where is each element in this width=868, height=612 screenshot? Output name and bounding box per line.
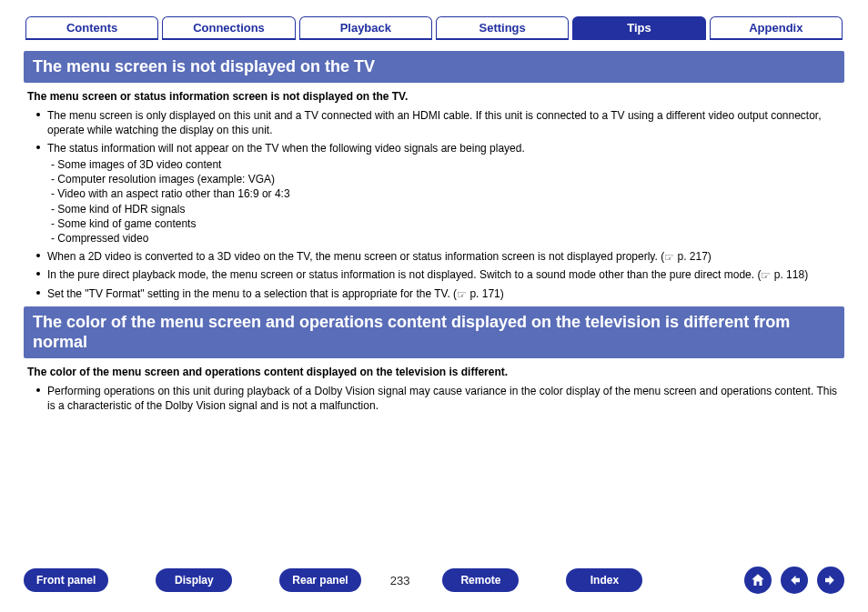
list-item: In the pure direct playback mode, the me…: [47, 267, 841, 282]
page-reference[interactable]: ☞ p. 118): [761, 268, 808, 281]
display-button[interactable]: Display: [156, 568, 232, 592]
home-icon: [750, 572, 766, 588]
section2-bullet-list: Performing operations on this unit durin…: [27, 384, 841, 413]
index-button[interactable]: Index: [566, 568, 642, 592]
rear-panel-button[interactable]: Rear panel: [279, 568, 360, 592]
list-item: The status information will not appear o…: [47, 141, 841, 246]
top-nav-tabs: Contents Connections Playback Settings T…: [24, 16, 844, 40]
section1-intro: The menu screen or status information sc…: [27, 90, 841, 103]
subline: - Some kind of HDR signals: [51, 202, 841, 216]
list-item: When a 2D video is converted to a 3D vid…: [47, 249, 841, 264]
list-item-text-a: When a 2D video is converted to a 3D vid…: [47, 250, 664, 263]
list-item-text-a: In the pure direct playback mode, the me…: [47, 268, 761, 281]
page-number: 233: [390, 574, 410, 587]
pointer-icon: ☞: [457, 287, 467, 302]
tab-connections[interactable]: Connections: [162, 16, 295, 40]
list-item-text-a: Set the "TV Format" setting in the menu …: [47, 287, 457, 300]
tab-settings[interactable]: Settings: [436, 16, 569, 40]
list-item: Set the "TV Format" setting in the menu …: [47, 286, 841, 301]
tab-appendix[interactable]: Appendix: [710, 16, 843, 40]
prev-page-button[interactable]: [781, 567, 808, 594]
remote-button[interactable]: Remote: [442, 568, 519, 592]
pointer-icon: ☞: [664, 250, 674, 265]
section-heading-1: The menu screen is not displayed on the …: [24, 51, 844, 83]
page-reference-text: p. 217): [674, 250, 712, 263]
front-panel-button[interactable]: Front panel: [24, 568, 108, 592]
page-reference[interactable]: ☞ p. 171): [457, 287, 504, 300]
subline: - Compressed video: [51, 231, 841, 246]
footer-nav: Front panel Display Rear panel 233 Remot…: [24, 567, 844, 594]
page-reference-text: p. 118): [771, 268, 808, 281]
subline: - Video with an aspect ratio other than …: [51, 186, 841, 201]
section-heading-2: The color of the menu screen and operati…: [24, 306, 844, 358]
section1-bullet-list: The menu screen is only displayed on thi…: [27, 108, 841, 301]
list-item: The menu screen is only displayed on thi…: [47, 108, 841, 137]
home-button[interactable]: [744, 567, 772, 594]
tab-tips[interactable]: Tips: [572, 16, 705, 40]
list-item: Performing operations on this unit durin…: [47, 384, 841, 413]
arrow-left-icon: [786, 572, 802, 588]
tab-playback[interactable]: Playback: [299, 16, 432, 40]
page-reference-text: p. 171): [467, 287, 504, 300]
subline: - Some images of 3D video content: [51, 157, 841, 172]
list-item-text: The status information will not appear o…: [47, 142, 525, 155]
section2-intro: The color of the menu screen and operati…: [27, 366, 841, 378]
next-page-button[interactable]: [817, 567, 844, 594]
subline: - Some kind of game contents: [51, 216, 841, 231]
subline: - Computer resolution images (example: V…: [51, 172, 841, 186]
arrow-right-icon: [823, 572, 839, 588]
page-reference[interactable]: ☞ p. 217): [664, 250, 712, 263]
tab-contents[interactable]: Contents: [25, 16, 158, 40]
pointer-icon: ☞: [761, 268, 771, 283]
